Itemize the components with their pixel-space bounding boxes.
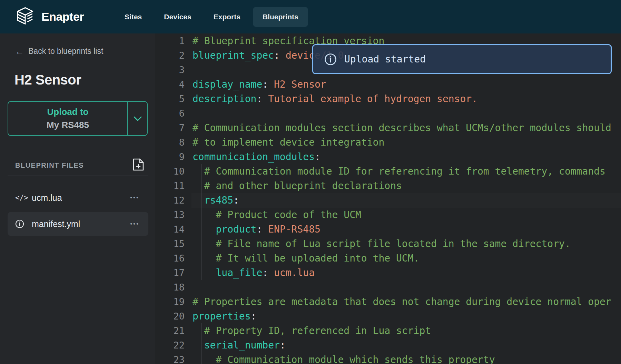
brand-name: Enapter	[41, 10, 84, 23]
main-nav: Sites Devices Exports Blueprints	[115, 7, 308, 27]
line-number: 18	[155, 282, 185, 293]
code-line-text: # Property ID, referenced in Lua script	[193, 325, 431, 336]
line-number: 2	[155, 50, 185, 61]
code-line: 15 # File name of Lua script file locate…	[155, 236, 621, 251]
code-line: 14 product: ENP-RS485	[155, 222, 621, 236]
line-number: 5	[155, 94, 185, 104]
code-line: 18	[155, 280, 621, 294]
code-line-text: # Communication module ID for referencin…	[193, 166, 605, 177]
line-number: 3	[155, 65, 185, 75]
code-line-text: # to implement device integration	[193, 137, 384, 148]
line-number: 22	[155, 340, 185, 351]
file-name: ucm.lua	[32, 193, 62, 203]
line-number: 23	[155, 354, 185, 364]
code-line-text: display_name: H2 Sensor	[193, 79, 326, 90]
add-file-button[interactable]	[132, 158, 144, 173]
upload-target-label: My RS485	[47, 119, 89, 132]
code-line-text: # Communication modules section describe…	[193, 122, 611, 134]
line-number: 15	[155, 238, 185, 249]
code-line: 6	[155, 106, 621, 120]
info-icon	[15, 219, 26, 228]
code-line-text: # File name of Lua script file located i…	[193, 238, 571, 249]
code-line-text: lua_file: ucm.lua	[193, 267, 315, 278]
code-line-text: product: ENP-RS485	[193, 224, 321, 235]
line-number: 12	[155, 195, 185, 206]
code-file-icon: </>	[15, 194, 26, 202]
line-number: 19	[155, 296, 185, 307]
line-number: 17	[155, 267, 185, 278]
line-number: 20	[155, 311, 185, 322]
line-number: 10	[155, 166, 185, 177]
code-line: 19# Properties are metadata that does no…	[155, 294, 621, 309]
code-line: 13 # Product code of the UCM	[155, 207, 621, 222]
code-line: 8# to implement device integration	[155, 135, 621, 149]
top-nav: Enapter Sites Devices Exports Blueprints	[0, 0, 621, 33]
code-line: 9communication_modules:	[155, 149, 621, 164]
files-divider	[8, 176, 148, 176]
code-editor[interactable]: 1# Blueprint specification version2bluep…	[155, 33, 621, 364]
code-line: 16 # It will be uploaded into the UCM.	[155, 251, 621, 265]
blueprint-files-label: BLUEPRINT FILES	[15, 161, 84, 169]
blueprint-title: H2 Sensor	[14, 72, 81, 88]
code-line: 20properties:	[155, 309, 621, 323]
back-to-blueprints-link[interactable]: ← Back to blueprints list	[15, 47, 103, 56]
back-link-label: Back to blueprints list	[28, 47, 103, 56]
code-line-text: # It will be uploaded into the UCM.	[193, 253, 419, 264]
code-line-text: rs485:	[193, 195, 239, 206]
file-name: manifest.yml	[32, 219, 80, 229]
upload-button[interactable]: Upload to My RS485	[8, 101, 148, 136]
enapter-logo-icon	[14, 6, 36, 28]
nav-item-sites[interactable]: Sites	[115, 7, 151, 27]
code-line: 4display_name: H2 Sensor	[155, 77, 621, 91]
line-number: 7	[155, 122, 185, 133]
code-line-text: # Communication module which sends this …	[193, 354, 495, 364]
upload-toast[interactable]: Upload started	[312, 44, 612, 74]
upload-dropdown-toggle[interactable]	[127, 102, 147, 135]
code-line: 12 rs485:	[155, 193, 621, 207]
code-line-text: properties:	[193, 311, 256, 322]
code-line: 23 # Communication module which sends th…	[155, 352, 621, 364]
line-number: 11	[155, 180, 185, 191]
back-arrow-icon: ←	[15, 47, 24, 56]
line-number: 6	[155, 108, 185, 119]
code-line: 7# Communication modules section describ…	[155, 120, 621, 135]
file-item-ucm-lua[interactable]: </> ucm.lua •••	[8, 188, 148, 207]
code-line-text: communication_modules:	[193, 151, 321, 163]
code-line: 21 # Property ID, referenced in Lua scri…	[155, 323, 621, 338]
line-number: 9	[155, 151, 185, 162]
file-menu-button[interactable]: •••	[130, 220, 139, 227]
code-line-text: serial_number:	[193, 340, 286, 351]
upload-button-main[interactable]: Upload to My RS485	[8, 102, 127, 135]
sidebar: ← Back to blueprints list H2 Sensor Uplo…	[0, 33, 155, 364]
upload-button-label: Upload to	[47, 106, 89, 119]
code-line: 5description: Tutorial example of hydrog…	[155, 91, 621, 106]
nav-item-blueprints[interactable]: Blueprints	[253, 7, 308, 27]
code-line-text: # Product code of the UCM	[193, 209, 361, 220]
blueprint-files-header: BLUEPRINT FILES	[15, 158, 140, 173]
code-line: 10 # Communication module ID for referen…	[155, 164, 621, 178]
info-icon	[324, 53, 337, 66]
nav-item-devices[interactable]: Devices	[154, 7, 201, 27]
toast-message: Upload started	[344, 53, 426, 65]
line-number: 8	[155, 137, 185, 148]
brand[interactable]: Enapter	[14, 6, 84, 28]
file-item-manifest-yml[interactable]: manifest.yml •••	[8, 212, 148, 236]
file-menu-button[interactable]: •••	[130, 194, 139, 201]
code-line: 17 lua_file: ucm.lua	[155, 265, 621, 280]
code-line-text: description: Tutorial example of hydroge…	[193, 93, 477, 105]
code-line-text: # Properties are metadata that does not …	[193, 296, 611, 307]
line-number: 21	[155, 325, 185, 336]
code-line: 22 serial_number:	[155, 338, 621, 352]
line-number: 14	[155, 224, 185, 235]
line-number: 16	[155, 253, 185, 264]
add-file-icon	[132, 158, 144, 171]
line-number: 1	[155, 36, 185, 46]
chevron-down-icon	[134, 116, 142, 121]
nav-item-exports[interactable]: Exports	[204, 7, 250, 27]
code-line: 11 # and other blueprint declarations	[155, 178, 621, 193]
line-number: 4	[155, 79, 185, 90]
line-number: 13	[155, 209, 185, 220]
code-line-text: # and other blueprint declarations	[193, 180, 402, 191]
